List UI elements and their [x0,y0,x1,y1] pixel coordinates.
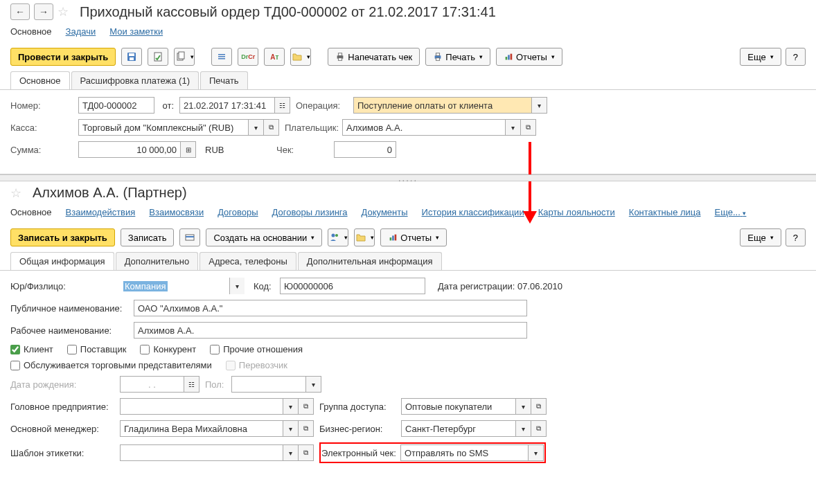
calendar-icon[interactable]: ☷ [275,97,290,114]
other-rel-checkbox[interactable]: Прочие отношения [210,344,303,354]
save-button[interactable]: Записать [121,228,175,246]
create-based-button[interactable]: Создать на основании [206,228,322,246]
tab-extra-info[interactable]: Дополнительная информация [298,252,442,270]
business-region-input[interactable]: Санкт-Петербург [401,420,516,437]
reports-button[interactable]: Отчеты [496,48,562,66]
legal-select[interactable]: Компания [120,278,229,294]
more-button2[interactable]: Еще [740,228,781,246]
save-icon-button[interactable] [121,48,142,66]
svg-rect-21 [186,236,194,237]
payer-input[interactable]: Алхимов А.А. [342,119,506,136]
open-icon[interactable]: ⧉ [531,420,547,437]
help-button2[interactable]: ? [786,228,806,246]
favorite-icon[interactable]: ☆ [57,4,69,19]
supplier-checkbox[interactable]: Поставщик [67,344,127,354]
calc-icon[interactable]: ⊞ [181,141,196,158]
partner-title: Алхимов А.А. (Партнер) [33,185,187,201]
head-org-input[interactable] [120,398,283,415]
subnav-main2[interactable]: Основное [10,207,52,217]
subnav-classification[interactable]: История классификации [422,207,524,217]
competitor-checkbox[interactable]: Конкурент [140,344,196,354]
subnav-contacts[interactable]: Контактные лица [629,207,701,217]
tab-general[interactable]: Общая информация [10,252,114,270]
access-group-input[interactable]: Оптовые покупатели [401,398,516,415]
tab-payment[interactable]: Расшифровка платежа (1) [71,71,199,89]
reports-button2[interactable]: Отчеты [380,228,447,246]
svg-rect-11 [339,58,342,61]
print-button[interactable]: Печать [425,48,490,66]
tab-additional[interactable]: Дополнительно [116,252,199,270]
subnav-relations[interactable]: Взаимосвязи [149,207,204,217]
check-input[interactable]: 0 [334,141,396,158]
work-name-input[interactable]: Алхимов А.А. [134,322,527,339]
print-check-button[interactable]: Напечатать чек [328,48,420,66]
subnav-documents[interactable]: Документы [362,207,408,217]
list-icon-button[interactable] [211,48,232,66]
chevron-down-icon[interactable]: ▾ [283,444,299,461]
open-icon[interactable]: ⧉ [299,444,314,461]
tab-addresses[interactable]: Адреса, телефоны [199,252,296,270]
chevron-down-icon[interactable]: ▾ [283,398,299,415]
chevron-down-icon[interactable]: ▾ [516,420,531,437]
more-button[interactable]: Еще [740,48,781,66]
open-icon[interactable]: ⧉ [531,398,547,415]
chevron-down-icon[interactable]: ▾ [249,119,264,136]
card-icon-button[interactable] [179,228,200,246]
served-by-checkbox[interactable]: Обслуживается торговыми представителями [10,360,212,370]
chevron-down-icon[interactable]: ▾ [306,376,321,393]
favorite-icon[interactable]: ☆ [10,186,21,201]
nav-back[interactable]: ← [10,3,30,20]
chevron-down-icon[interactable]: ▾ [229,278,245,294]
chevron-down-icon[interactable]: ▾ [283,420,299,437]
operation-select[interactable]: Поступление оплаты от клиента [353,97,532,114]
subnav-leasing[interactable]: Договоры лизинга [272,207,348,217]
open-icon[interactable]: ⧉ [299,398,314,415]
splitter[interactable] [0,174,816,181]
echeck-select[interactable]: Отправлять по SMS [400,444,529,461]
subnav-main[interactable]: Основное [10,26,52,37]
subnav-tasks[interactable]: Задачи [66,26,96,37]
chevron-down-icon[interactable]: ▾ [516,398,531,415]
subnav-notes[interactable]: Мои заметки [109,26,163,37]
subnav-loyalty[interactable]: Карты лояльности [538,207,615,217]
drcr-icon-button[interactable]: DrCr [238,48,258,66]
legal-label: Юр/Физлицо: [10,281,114,291]
number-input[interactable]: ТД00-000002 [78,97,154,114]
tab-main[interactable]: Основное [10,71,70,89]
folder-icon-button[interactable] [290,48,311,66]
tab-print[interactable]: Печать [200,71,248,89]
post-close-button[interactable]: Провести и закрыть [10,48,116,66]
open-icon[interactable]: ⧉ [521,119,536,136]
client-checkbox[interactable]: Клиент [10,344,53,354]
open-icon[interactable]: ⧉ [264,119,279,136]
copy-icon-button[interactable] [174,48,195,66]
code-input[interactable]: Ю00000006 [280,278,425,294]
nav-forward[interactable]: → [34,3,53,20]
date-input[interactable]: 21.02.2017 17:31:41 [179,97,275,114]
svg-rect-8 [218,58,225,60]
users-icon-button[interactable] [328,228,348,246]
subnav-contracts[interactable]: Договоры [218,207,258,217]
chevron-down-icon[interactable]: ▾ [506,119,521,136]
save-close-button[interactable]: Записать и закрыть [10,228,115,246]
sum-input[interactable]: 10 000,00 [78,141,181,158]
kassa-input[interactable]: Торговый дом "Комплексный" (RUB) [78,119,249,136]
main-manager-input[interactable]: Гладилина Вера Михайловна [120,420,283,437]
at-icon-button[interactable]: Ат [264,48,285,66]
folder-icon-button2[interactable] [354,228,375,246]
open-icon[interactable]: ⧉ [299,420,314,437]
public-name-input[interactable]: ОАО "Алхимов А.А." [134,300,527,316]
code-label: Код: [254,281,274,291]
post-icon-button[interactable] [148,48,168,66]
gender-select[interactable] [231,376,306,393]
subnav-more[interactable]: Еще... ▾ [715,207,747,217]
svg-rect-13 [436,53,440,56]
svg-rect-5 [179,52,184,59]
help-button[interactable]: ? [786,48,806,66]
subnav-interactions[interactable]: Взаимодействия [66,207,136,217]
label-template-input[interactable] [120,444,283,461]
chevron-down-icon[interactable]: ▾ [532,97,547,114]
birth-input[interactable]: . . [120,376,184,393]
calendar-icon[interactable]: ☷ [184,376,199,393]
chevron-down-icon[interactable]: ▾ [529,444,544,461]
